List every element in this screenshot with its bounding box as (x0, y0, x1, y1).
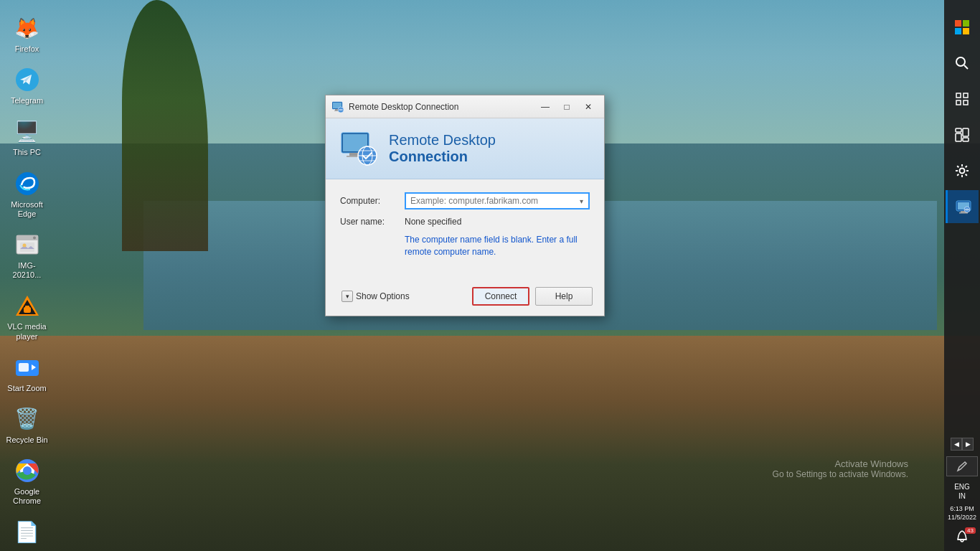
search-button[interactable] (946, 47, 979, 80)
svg-point-6 (22, 243, 26, 247)
svg-rect-9 (24, 307, 31, 313)
svg-rect-10 (25, 306, 29, 308)
desktop-icon-google-chrome[interactable]: Google Chrome (2, 453, 52, 509)
clock: 6:13 PM 11/5/2022 (948, 504, 976, 522)
rdc-taskbar-button[interactable] (946, 190, 979, 223)
connect-button[interactable]: Connect (472, 287, 529, 306)
firefox-icon: 🦊 (13, 14, 42, 42)
dialog-body: Computer: ▾ User name: None specified Th… (326, 179, 604, 281)
img-photo-label: IMG-20210... (5, 261, 50, 280)
computer-input-wrap: ▾ (405, 192, 590, 209)
microsoft-edge-label: Microsoft Edge (5, 200, 50, 219)
minimize-button[interactable]: — (535, 99, 555, 115)
task-view-button[interactable] (946, 83, 979, 116)
desktop-icon-start-zoom[interactable]: Start Zoom (2, 350, 52, 396)
help-button[interactable]: Help (535, 287, 593, 306)
show-options-arrow-icon: ▾ (341, 291, 353, 302)
close-button[interactable]: ✕ (578, 99, 598, 115)
username-label: User name: (340, 217, 405, 227)
desktop-icon-vlc[interactable]: VLC media player (2, 288, 52, 344)
start-button[interactable] (946, 11, 979, 44)
desktop-icon-firefox[interactable]: 🦊 Firefox (2, 11, 52, 57)
svg-rect-31 (963, 100, 968, 105)
start-zoom-icon (13, 353, 42, 382)
this-pc-label: This PC (13, 148, 41, 157)
this-pc-icon: 🖥️ (13, 117, 42, 146)
svg-rect-34 (963, 128, 969, 136)
svg-line-27 (964, 65, 968, 69)
show-options-label: Show Options (356, 291, 410, 301)
desktop-icon-this-pc[interactable]: 🖥️ This PC (2, 114, 52, 160)
dialog-header: Remote Desktop Connection (326, 118, 604, 179)
username-value: None specified (405, 217, 461, 227)
vlc-label: VLC media player (5, 322, 50, 341)
svg-point-4 (33, 236, 36, 239)
svg-rect-33 (956, 133, 961, 141)
svg-rect-28 (956, 93, 961, 98)
right-panel-bottom: ◀ ▶ ENG IN 6:13 PM 11/5/2022 (944, 438, 980, 551)
svg-point-26 (956, 57, 965, 66)
language-indicator[interactable]: ENG IN (954, 482, 970, 501)
svg-rect-32 (956, 128, 961, 132)
dialog-header-line1: Remote Desktop (389, 132, 590, 149)
svg-point-36 (960, 169, 965, 174)
computer-dropdown-arrow[interactable]: ▾ (574, 194, 588, 208)
svg-rect-25 (963, 28, 969, 34)
dialog-title-icon (331, 100, 344, 113)
dialog-header-title: Remote Desktop Connection (389, 132, 590, 165)
desktop-icon-user[interactable]: 📄 user (2, 514, 52, 551)
telegram-label: Telegram (11, 96, 43, 105)
desktop-icon-recycle-bin[interactable]: 🗑️ Recycle Bin (2, 402, 52, 448)
desktop-icon-telegram[interactable]: Telegram (2, 62, 52, 108)
google-chrome-label: Google Chrome (5, 487, 50, 506)
maximize-button[interactable]: □ (557, 99, 577, 115)
show-options-button[interactable]: ▾ Show Options (337, 288, 414, 305)
footer-buttons: Connect Help (472, 287, 593, 306)
username-row: User name: None specified (340, 217, 590, 227)
dialog-title-text: Remote Desktop Connection (349, 102, 535, 112)
settings-button[interactable] (946, 154, 979, 187)
notification-button[interactable]: 43 (946, 526, 978, 547)
dialog-footer: ▾ Show Options Connect Help (326, 281, 604, 316)
start-zoom-label: Start Zoom (7, 384, 46, 393)
ground-background (0, 336, 980, 551)
microsoft-edge-icon (13, 169, 42, 198)
svg-rect-23 (963, 20, 969, 27)
telegram-icon (13, 65, 42, 94)
svg-rect-29 (963, 93, 968, 98)
window-controls: — □ ✕ (535, 99, 598, 115)
desktop-icon-img-photo[interactable]: IMG-20210... (2, 227, 52, 283)
dialog-titlebar: Remote Desktop Connection — □ ✕ (326, 95, 604, 118)
svg-rect-30 (956, 100, 961, 105)
notification-count: 43 (965, 527, 976, 534)
computer-row: Computer: ▾ (340, 192, 590, 209)
computer-input[interactable] (405, 192, 590, 209)
warning-message: The computer name field is blank. Enter … (405, 234, 590, 258)
firefox-label: Firefox (15, 44, 39, 54)
widgets-button[interactable] (946, 118, 979, 151)
user-icon: 📄 (13, 517, 42, 546)
svg-rect-13 (19, 363, 29, 372)
img-photo-icon (13, 230, 42, 259)
desktop-icons-area: 🦊 Firefox Telegram 🖥️ This PC (0, 0, 54, 551)
pen-tool-button[interactable] (946, 456, 978, 476)
vlc-icon (13, 291, 42, 320)
computer-label: Computer: (340, 196, 405, 206)
svg-rect-24 (955, 28, 961, 34)
rdc-dialog: Remote Desktop Connection — □ ✕ (325, 95, 605, 316)
scroll-controls: ◀ ▶ (951, 438, 974, 451)
desktop-icon-microsoft-edge[interactable]: Microsoft Edge (2, 166, 52, 222)
dialog-header-icon (340, 130, 377, 167)
svg-rect-22 (955, 20, 961, 27)
scroll-left-button[interactable]: ◀ (951, 438, 962, 451)
right-panel: ◀ ▶ ENG IN 6:13 PM 11/5/2022 (944, 0, 980, 551)
desktop: 🦊 Firefox Telegram 🖥️ This PC (0, 0, 980, 551)
scroll-right-button[interactable]: ▶ (962, 438, 974, 451)
google-chrome-icon (13, 456, 42, 485)
svg-rect-40 (959, 212, 968, 214)
svg-point-16 (23, 466, 32, 475)
recycle-bin-icon: 🗑️ (13, 405, 42, 433)
dialog-header-line2: Connection (389, 149, 590, 165)
user-label: user (19, 548, 34, 551)
svg-rect-35 (963, 138, 969, 141)
